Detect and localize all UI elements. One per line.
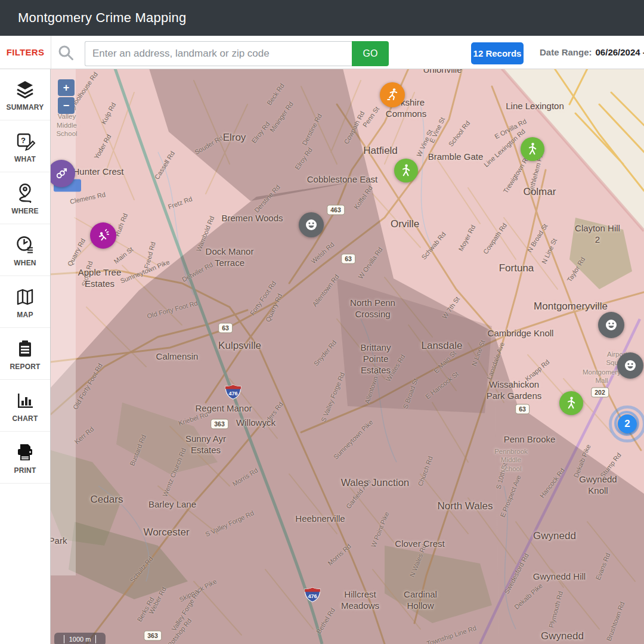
route-shield: 63 [515,404,530,414]
route-shield: 363 [210,419,228,429]
crime-map[interactable]: Schoolhouse RdKulp RdYoder RdBeck RdMini… [51,69,644,644]
smiley-icon [304,217,319,233]
disorder-marker[interactable] [299,212,324,237]
note-question-icon: ? [13,129,37,153]
app-title: Montgomery Crime Mapping [18,10,186,26]
route-shield: 463 [327,205,345,215]
map-canvas [51,69,644,644]
folded-map-icon [13,285,37,309]
printer-icon [13,441,37,465]
walk-icon [398,163,414,178]
clipboard-icon [13,337,37,361]
robbery-marker[interactable] [380,82,405,107]
sidebar-item-map[interactable]: MAP [0,276,50,328]
disorder-marker[interactable] [598,312,624,338]
sidebar-item-label: WHEN [14,259,36,267]
interstate-shield: 476 [225,385,242,400]
disorder-marker[interactable] [617,352,643,379]
assault-marker[interactable] [90,222,116,249]
zoom-out-button[interactable]: − [58,97,75,114]
map-scale-label: 1000 m [64,635,97,643]
route-shield: 202 [591,388,609,398]
cluster-marker[interactable]: 2 [606,403,644,445]
date-range: Date Range: 06/26/2024 - [540,36,644,69]
svg-text:?: ? [21,136,26,145]
sidebar-item-chart[interactable]: CHART [0,380,50,432]
filters-label[interactable]: FILTERS [0,36,51,69]
pedestrian-marker[interactable] [521,137,544,161]
date-range-label: Date Range: [540,47,592,57]
clock-icon [13,233,37,257]
sidebar-item-report[interactable]: REPORT [0,328,50,380]
pedestrian-marker[interactable] [559,391,583,415]
map-pin-icon [13,181,37,205]
route-shield: 363 [144,631,162,641]
walk-icon [564,395,579,411]
pedestrian-marker[interactable] [394,159,418,182]
sidebar-item-label: PRINT [14,466,36,475]
sidebar-item-label: WHERE [11,207,39,215]
map-scale-bar: 1000 m [54,633,106,644]
sidebar-item-what[interactable]: ?WHAT [0,120,50,172]
sidebar-item-label: CHART [13,414,38,423]
sidebar-item-where[interactable]: WHERE [0,172,50,224]
sidebar-item-label: REPORT [10,363,40,371]
run-icon [385,87,400,103]
sidebar: SUMMARY?WHATWHEREWHENMAPREPORTCHARTPRINT [0,69,51,644]
zoom-control: + − [58,79,75,115]
layers-icon [13,78,37,101]
svg-text:476: 476 [308,593,317,599]
walk-icon [525,141,540,157]
records-count-badge[interactable]: 12 Records [471,42,524,64]
assault-icon [95,228,111,243]
smiley-icon [603,317,619,333]
sidebar-item-label: SUMMARY [7,103,44,112]
bar-chart-icon [13,389,37,413]
sidebar-item-label: MAP [17,311,33,319]
smiley-icon [623,358,638,373]
sidebar-item-when[interactable]: WHEN [0,224,50,276]
date-range-value: 06/26/2024 - [596,47,644,57]
go-button[interactable]: GO [352,41,389,66]
sidebar-item-summary[interactable]: SUMMARY [0,69,50,120]
toolbar: FILTERS GO 12 Records Date Range: 06/26/… [0,36,644,69]
sidebar-item-label: WHAT [14,155,36,163]
route-shield: 63 [341,254,355,264]
route-shield: 63 [218,323,233,333]
interstate-shield: 476 [304,587,321,602]
sex-icon [54,166,69,181]
svg-text:476: 476 [228,391,237,397]
search-input[interactable] [85,41,352,66]
sidebar-item-print[interactable]: PRINT [0,432,50,484]
search-icon [57,44,75,61]
cluster-count: 2 [618,414,637,434]
app-header: Montgomery Crime Mapping [0,0,644,36]
zoom-in-button[interactable]: + [58,79,75,96]
